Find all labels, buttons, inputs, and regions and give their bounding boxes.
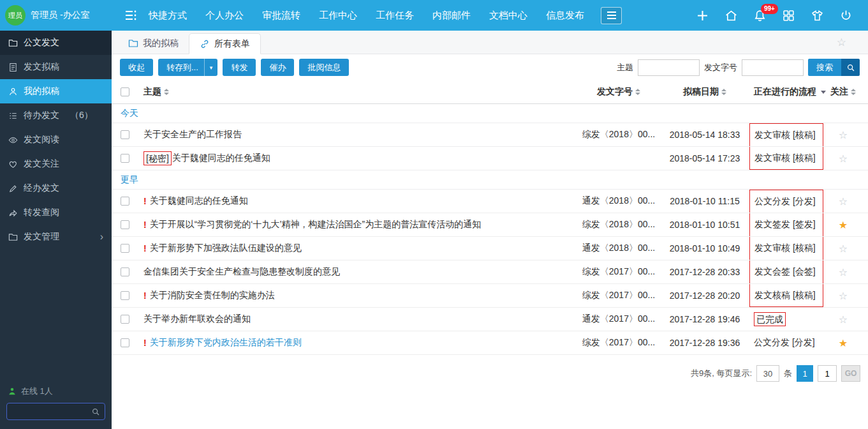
- select-all-checkbox[interactable]: [121, 87, 129, 96]
- table-row[interactable]: [秘密]关于魏健同志的任免通知2018-05-14 17:23发文审核 [核稿]…: [112, 147, 868, 170]
- app-list-icon[interactable]: [123, 8, 138, 23]
- nav-item[interactable]: 工作中心: [319, 10, 357, 22]
- search-button[interactable]: 搜索: [808, 59, 860, 76]
- nav-item[interactable]: 文档中心: [489, 10, 527, 22]
- row-subject[interactable]: 关于新形势下党内政治生活的若干准则: [150, 337, 302, 349]
- subject-filter-input[interactable]: [638, 59, 700, 76]
- table-row[interactable]: !关于魏健同志的任免通知通发〈2018〉00...2018-01-10 11:1…: [112, 190, 868, 213]
- urge-button[interactable]: 催办: [261, 59, 294, 76]
- row-subject[interactable]: 关于消防安全责任制的实施办法: [150, 290, 275, 301]
- sidebar-item-followed-docs[interactable]: 发文关注: [0, 152, 112, 176]
- row-checkbox[interactable]: [121, 291, 129, 300]
- row-checkbox[interactable]: [121, 338, 129, 347]
- sidebar-item-forward-review[interactable]: 转发查阅: [0, 200, 112, 225]
- list-icon: [8, 111, 18, 121]
- row-subject[interactable]: 关于新形势下加强政法队伍建设的意见: [150, 243, 302, 254]
- table-row[interactable]: 金信集团关于安全生产检查与隐患整改制度的意见综发〈2017〉00...2017-…: [112, 260, 868, 284]
- table-row[interactable]: 关于安全生产的工作报告综发〈2018〉00...2018-05-14 18:33…: [112, 123, 868, 147]
- filter-caret-icon[interactable]: [821, 91, 826, 94]
- row-subject[interactable]: 金信集团关于安全生产检查与隐患整改制度的意见: [143, 266, 340, 278]
- star-icon[interactable]: ☆: [839, 153, 848, 165]
- go-button[interactable]: GO: [841, 365, 860, 382]
- grid-button[interactable]: [774, 0, 803, 31]
- col-doc-number[interactable]: 发文字号: [577, 80, 660, 103]
- share-icon: [8, 208, 18, 218]
- row-checkbox[interactable]: [121, 315, 129, 324]
- row-subject[interactable]: 关于魏健同志的任免通知: [150, 195, 248, 207]
- row-subject[interactable]: 关于举办新年联欢会的通知: [143, 313, 251, 325]
- page-jump-input[interactable]: [818, 365, 837, 382]
- sidebar-item-pending-docs[interactable]: 待办发文（6）: [0, 103, 112, 128]
- table-row[interactable]: 关于举办新年联欢会的通知通发〈2017〉00...2017-12-28 19:4…: [112, 308, 868, 331]
- sort-icon[interactable]: [721, 89, 726, 95]
- row-checkbox[interactable]: [121, 267, 129, 276]
- collapse-button[interactable]: 收起: [120, 59, 153, 76]
- col-subject[interactable]: 主题: [143, 80, 577, 103]
- search-icon[interactable]: [91, 407, 100, 416]
- sidebar-item-dispatch-docs[interactable]: 公文发文: [0, 31, 112, 55]
- nav-item[interactable]: 内部邮件: [432, 10, 471, 22]
- user-brand[interactable]: 理员 管理员 -办公室: [0, 0, 112, 31]
- star-icon[interactable]: ☆: [839, 129, 848, 141]
- star-icon[interactable]: ★: [839, 219, 848, 231]
- row-checkbox[interactable]: [121, 130, 129, 139]
- page-size-select[interactable]: 30: [756, 365, 779, 382]
- sort-icon[interactable]: [164, 89, 169, 95]
- row-checkbox[interactable]: [121, 154, 129, 163]
- sidebar-search[interactable]: [6, 403, 105, 420]
- sidebar-item-handled-docs[interactable]: 经办发文: [0, 176, 112, 200]
- row-checkbox[interactable]: [121, 244, 129, 253]
- star-icon[interactable]: ★: [839, 337, 848, 349]
- sort-icon[interactable]: [851, 89, 856, 95]
- star-icon[interactable]: ☆: [839, 243, 848, 255]
- row-flow-status: 发文签发 [签发]: [749, 213, 823, 236]
- pagination-unit: 条: [784, 368, 792, 379]
- top-nav: 快捷方式个人办公审批流转工作中心工作任务内部邮件文档中心信息发布: [149, 10, 584, 22]
- sidebar-item-read-docs[interactable]: 发文阅读: [0, 128, 112, 152]
- chevron-down-icon[interactable]: ▾: [204, 59, 218, 76]
- row-subject[interactable]: 关于魏健同志的任免通知: [172, 153, 270, 164]
- row-checkbox[interactable]: [121, 220, 129, 229]
- page-button-1[interactable]: 1: [797, 365, 813, 382]
- sidebar-item-my-drafts[interactable]: 我的拟稿: [0, 79, 112, 103]
- table-row[interactable]: !关于消防安全责任制的实施办法综发〈2017〉00...2017-12-28 2…: [112, 284, 868, 308]
- star-icon[interactable]: ☆: [839, 266, 848, 278]
- row-checkbox[interactable]: [121, 197, 129, 206]
- favorite-star-icon[interactable]: ☆: [837, 36, 846, 49]
- sidebar-item-doc-management[interactable]: 发文管理›: [0, 225, 112, 249]
- star-icon[interactable]: ☆: [839, 195, 848, 207]
- row-subject[interactable]: 关于安全生产的工作报告: [143, 129, 242, 140]
- table-row[interactable]: !关于开展以“学习贯彻党的‘十九大’精神，构建法治国企”为主题的普法宣传活动的通…: [112, 213, 868, 237]
- star-icon[interactable]: ☆: [839, 313, 848, 326]
- tab-all-forms[interactable]: 所有表单: [189, 33, 261, 54]
- bell-button[interactable]: 99+: [746, 0, 774, 31]
- review-info-button[interactable]: 批阅信息: [299, 59, 349, 76]
- table-row[interactable]: !关于新形势下党内政治生活的若干准则综发〈2017〉00...2017-12-2…: [112, 331, 868, 355]
- avatar[interactable]: 理员: [5, 5, 26, 26]
- theme-button[interactable]: [803, 0, 832, 31]
- docno-filter-input[interactable]: [742, 59, 804, 76]
- forward-button[interactable]: 转发: [223, 59, 256, 76]
- power-button[interactable]: [832, 0, 860, 31]
- sort-icon[interactable]: [635, 89, 640, 95]
- tab-my-drafts[interactable]: 我的拟稿: [118, 33, 189, 54]
- save-to-button[interactable]: 转存到... ▾: [158, 59, 217, 76]
- nav-item[interactable]: 审批流转: [262, 10, 300, 22]
- tab-label: 我的拟稿: [143, 38, 179, 49]
- table-row[interactable]: !关于新形势下加强政法队伍建设的意见通发〈2018〉00...2018-01-1…: [112, 237, 868, 260]
- sidebar-search-input[interactable]: [11, 407, 91, 416]
- col-follow[interactable]: 关注: [827, 80, 859, 103]
- nav-item[interactable]: 个人办公: [205, 10, 244, 22]
- nav-item[interactable]: 信息发布: [546, 10, 584, 22]
- nav-more-button[interactable]: [601, 7, 622, 24]
- nav-item[interactable]: 工作任务: [376, 10, 414, 22]
- row-subject[interactable]: 关于开展以“学习贯彻党的‘十九大’精神，构建法治国企”为主题的普法宣传活动的通知: [150, 219, 482, 230]
- sidebar-item-draft-doc[interactable]: 发文拟稿: [0, 55, 112, 79]
- urgent-icon: !: [143, 220, 147, 230]
- plus-button[interactable]: [688, 0, 717, 31]
- star-icon[interactable]: ☆: [839, 290, 848, 302]
- home-button[interactable]: [717, 0, 746, 31]
- nav-item[interactable]: 快捷方式: [149, 10, 187, 22]
- col-flow[interactable]: 正在进行的流程: [749, 80, 827, 103]
- col-draft-date[interactable]: 拟稿日期: [660, 80, 749, 103]
